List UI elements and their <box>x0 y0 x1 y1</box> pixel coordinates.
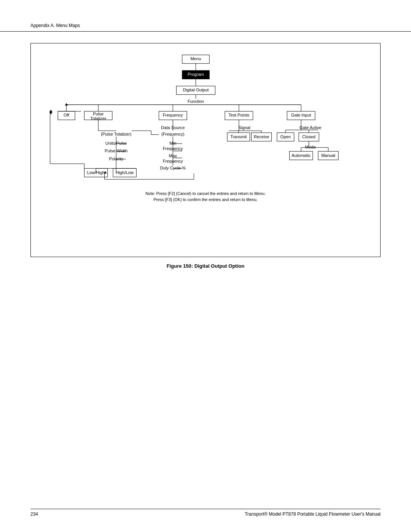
svg-text:Automatic: Automatic <box>292 153 311 158</box>
svg-text:(Pulse Totalizer): (Pulse Totalizer) <box>101 132 131 136</box>
svg-marker-76 <box>49 112 53 114</box>
svg-text:Digital Output: Digital Output <box>183 88 209 92</box>
svg-text:(Frequency): (Frequency) <box>161 132 185 136</box>
diagram-container: Menu Program Digital Output Function Off… <box>30 43 381 257</box>
svg-text:Transmit: Transmit <box>230 134 247 139</box>
svg-text:Test Points: Test Points <box>228 113 249 117</box>
svg-text:Off: Off <box>64 113 70 117</box>
svg-text:Function: Function <box>188 99 204 104</box>
svg-text:Closed: Closed <box>302 134 315 139</box>
svg-text:Duty Cycle %: Duty Cycle % <box>160 166 186 170</box>
svg-text:High/Low: High/Low <box>116 170 134 175</box>
svg-text:Open: Open <box>280 134 291 139</box>
svg-text:Gate Input: Gate Input <box>291 113 311 117</box>
svg-text:Signal: Signal <box>238 125 250 130</box>
manual-title: Transport® Model PT878 Portable Liquid F… <box>245 511 381 517</box>
page-number: 234 <box>30 511 38 517</box>
svg-marker-57 <box>65 103 68 105</box>
figure-caption-text: Figure 150: Digital Output Option <box>167 263 244 269</box>
svg-text:Frequency: Frequency <box>163 113 183 117</box>
figure-caption: Figure 150: Digital Output Option <box>30 263 381 269</box>
page-header: Appendix A. Menu Maps <box>0 0 411 32</box>
svg-text:Menu: Menu <box>190 56 201 61</box>
page-footer: 234 Transport® Model PT878 Portable Liqu… <box>30 509 381 517</box>
svg-text:Receive: Receive <box>254 134 269 139</box>
svg-text:Mode: Mode <box>305 145 316 149</box>
svg-text:Manual: Manual <box>321 153 335 158</box>
diagram-svg: Menu Program Digital Output Function Off… <box>38 51 373 245</box>
svg-text:Program: Program <box>188 72 204 77</box>
svg-marker-75 <box>49 110 53 112</box>
svg-text:Gate Active: Gate Active <box>299 125 321 130</box>
svg-text:Note: Press [F2] (Cancel) to c: Note: Press [F2] (Cancel) to cancel the … <box>145 191 266 196</box>
svg-text:Press [F3] (OK) to confirm the: Press [F3] (OK) to confirm the entries a… <box>153 197 258 202</box>
svg-text:Pulse: Pulse <box>93 112 104 116</box>
main-content: Menu Program Digital Output Function Off… <box>0 32 411 280</box>
header-text: Appendix A. Menu Maps <box>30 23 80 28</box>
